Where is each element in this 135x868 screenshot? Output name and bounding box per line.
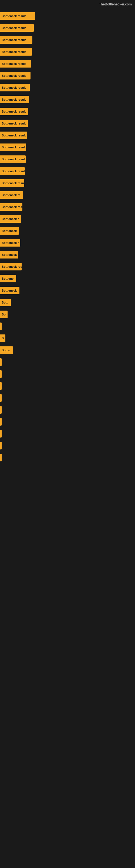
bar-row: Bottleneck result [0, 141, 135, 153]
bottleneck-bar: Bottleneck res [0, 263, 21, 271]
bar-row [0, 380, 135, 392]
bar-row: Bottleneck result [0, 58, 135, 70]
bottleneck-bar: Bottleneck r [0, 239, 20, 247]
bottleneck-bar [0, 430, 2, 437]
bar-row: Bottleneck result [0, 22, 135, 34]
bottleneck-bar: Bottleneck [0, 227, 19, 235]
bar-row: Bo [0, 308, 135, 320]
bottleneck-bar [0, 394, 2, 402]
bottleneck-bar: Bottleneck result [0, 144, 26, 151]
bottleneck-bar: Bottleneck result [0, 72, 31, 80]
bar-row: Bottlene [0, 273, 135, 284]
bar-row: Bottleneck result [0, 165, 135, 177]
bottleneck-bar: Bottlene [0, 275, 16, 282]
bottleneck-bar: Bottleneck result [0, 60, 31, 67]
bottleneck-bar: Bottleneck result [0, 120, 28, 127]
bottleneck-bar: B [0, 335, 5, 342]
bar-row: Bottleneck re [0, 189, 135, 201]
bottleneck-bar [0, 322, 2, 330]
bar-row [0, 452, 135, 464]
bar-row: Bottleneck result [0, 201, 135, 213]
bottleneck-bar: Bottleneck result [0, 108, 28, 115]
bar-row: Bottleneck result [0, 70, 135, 82]
bar-row: Bottleneck result [0, 10, 135, 22]
bar-row [0, 356, 135, 368]
bar-row: Bottleneck result [0, 129, 135, 141]
bottleneck-bar: Bottleneck result [0, 36, 32, 44]
bar-row [0, 440, 135, 452]
bar-row: Bottleneck result [0, 34, 135, 46]
bar-row: Bottleneck result [0, 105, 135, 118]
bottleneck-bar: Bottleneck result [0, 84, 30, 91]
site-title: TheBottlenecker.com [0, 0, 135, 7]
bar-row [0, 416, 135, 428]
bar-row: Bottleneck result [0, 82, 135, 94]
bottleneck-bar [0, 406, 2, 414]
bar-row: Bottleneck result [0, 94, 135, 105]
bottleneck-bar: Bottleneck result [0, 24, 34, 32]
bottleneck-bar [0, 442, 2, 450]
bottleneck-bar: Bottleneck r [0, 215, 21, 223]
bottleneck-bar: Bottleneck result [0, 167, 25, 175]
bar-row: Bottleneck result [0, 46, 135, 58]
bottleneck-bar: Bottleneck result [0, 131, 27, 139]
bar-row: B [0, 332, 135, 344]
bar-row [0, 428, 135, 440]
bar-row: Bott [0, 297, 135, 308]
bar-row: Bottle [0, 344, 135, 356]
bottleneck-bar: Bott [0, 299, 11, 306]
bottleneck-bar: Bottleneck re [0, 191, 23, 199]
bar-row [0, 404, 135, 416]
bar-row: Bottleneck [0, 249, 135, 261]
bottleneck-bar: Bottleneck result [0, 155, 26, 163]
bottleneck-bar: Bottleneck result [0, 12, 35, 20]
bar-row: Bottleneck r [0, 237, 135, 249]
bar-row [0, 392, 135, 404]
bottleneck-bar: Bottleneck result [0, 96, 29, 103]
bottleneck-bar: Bottleneck result [0, 48, 32, 56]
bottleneck-bar: Bottle [0, 346, 13, 354]
bar-row [0, 320, 135, 332]
bottleneck-bar [0, 370, 2, 378]
bar-row: Bottleneck result [0, 118, 135, 129]
bar-row: Bottleneck result [0, 177, 135, 189]
bottleneck-bar [0, 418, 2, 426]
bar-row: Bottleneck res [0, 261, 135, 273]
bar-row: Bottleneck [0, 225, 135, 237]
bottleneck-bar [0, 382, 2, 390]
bottleneck-bar [0, 454, 2, 461]
bottleneck-bar: Bottleneck result [0, 179, 24, 187]
bar-row: Bottleneck r [0, 284, 135, 297]
bar-row [0, 368, 135, 380]
bottleneck-bar: Bottleneck result [0, 203, 22, 211]
bar-row: Bottleneck r [0, 213, 135, 225]
bottleneck-bar: Bottleneck r [0, 287, 19, 294]
bottleneck-bar: Bo [0, 311, 8, 318]
bars-container: Bottleneck resultBottleneck resultBottle… [0, 7, 135, 464]
bottleneck-bar [0, 358, 2, 366]
bar-row: Bottleneck result [0, 153, 135, 165]
bottleneck-bar: Bottleneck [0, 251, 18, 258]
